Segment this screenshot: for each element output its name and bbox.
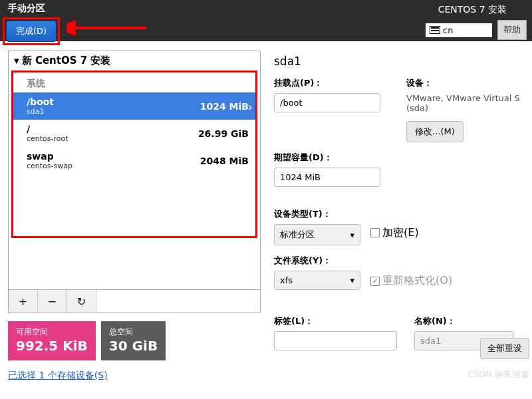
partition-size: 1024 MiB [200,101,249,112]
encrypt-checkbox[interactable]: 加密(E) [370,226,419,240]
devtype-label: 设备类型(T)： [274,208,419,220]
fs-label: 文件系统(Y)： [274,255,452,267]
devtype-value: 标准分区 [280,229,315,241]
tag-input[interactable] [274,331,397,350]
partition-sub: centos-swap [27,162,72,170]
reformat-checkbox[interactable]: ✓ 重新格式化(O) [370,274,452,288]
remove-partition-button[interactable]: − [38,290,67,313]
chevron-right-icon: › [248,99,253,113]
partition-row[interactable]: /centos-root26.99 GiB [13,120,255,147]
partition-title: sda1 [274,55,521,68]
total-space-label: 总空间 [109,327,158,338]
fs-value: xfs [280,275,293,285]
encrypt-label: 加密(E) [382,226,419,240]
partition-name: swap [27,151,72,162]
available-space-value: 992.5 KiB [16,338,88,354]
partition-name: / [27,124,68,134]
total-space-value: 30 GiB [109,338,158,354]
partition-row[interactable]: swapcentos-swap2048 MiB [13,147,255,174]
capacity-input[interactable] [274,168,380,187]
reformat-label: 重新格式化(O) [382,274,452,288]
add-partition-button[interactable]: + [9,290,38,313]
page-title: 手动分区 [8,3,60,15]
available-space-box: 可用空间 992.5 KiB [8,321,96,360]
partition-sub: centos-root [27,134,68,143]
partition-row[interactable]: /bootsda11024 MiB› [13,92,255,120]
done-button[interactable]: 完成(D) [6,21,57,42]
name-label: 名称(N)： [414,315,521,327]
mountpoint-label: 挂载点(P)： [274,77,389,89]
tag-label: 标签(L)： [274,315,397,327]
total-space-box: 总空间 30 GiB [101,321,166,360]
partition-sub: sda1 [27,107,54,116]
keyboard-layout: cn [443,25,453,35]
product-title: CENTOS 7 安装 [426,4,507,16]
group-system-label: 系统 [13,72,255,92]
keyboard-icon [430,26,440,34]
partition-name: /boot [27,96,54,107]
help-button[interactable]: 帮助 [497,20,527,40]
fs-select[interactable]: xfs ▾ [274,271,360,290]
partition-size: 2048 MiB [200,156,249,166]
storage-devices-link[interactable]: 已选择 1 个存储设备(S) [8,370,261,382]
capacity-label: 期望容量(D)： [274,152,389,164]
available-space-label: 可用空间 [16,327,88,338]
partition-size: 26.99 GiB [198,128,249,139]
install-section-toggle[interactable]: ▼ 新 CentOS 7 安装 [9,51,260,70]
reload-button[interactable]: ↻ [67,290,96,313]
device-label: 设备： [406,77,521,89]
device-value: VMware, VMware Virtual S (sda) [406,93,521,113]
devtype-select[interactable]: 标准分区 ▾ [274,224,360,245]
chevron-down-icon: ▾ [350,230,354,240]
watermark: CSDN @朱国鑫 [467,368,529,380]
keyboard-indicator[interactable]: cn [426,23,492,37]
chevron-down-icon: ▼ [14,57,19,65]
chevron-down-icon: ▾ [350,275,354,285]
reset-all-button[interactable]: 全部重设 [480,338,529,359]
section-title: 新 CentOS 7 安装 [22,55,111,67]
mountpoint-input[interactable] [274,93,380,112]
modify-button[interactable]: 修改...(M) [406,121,464,142]
